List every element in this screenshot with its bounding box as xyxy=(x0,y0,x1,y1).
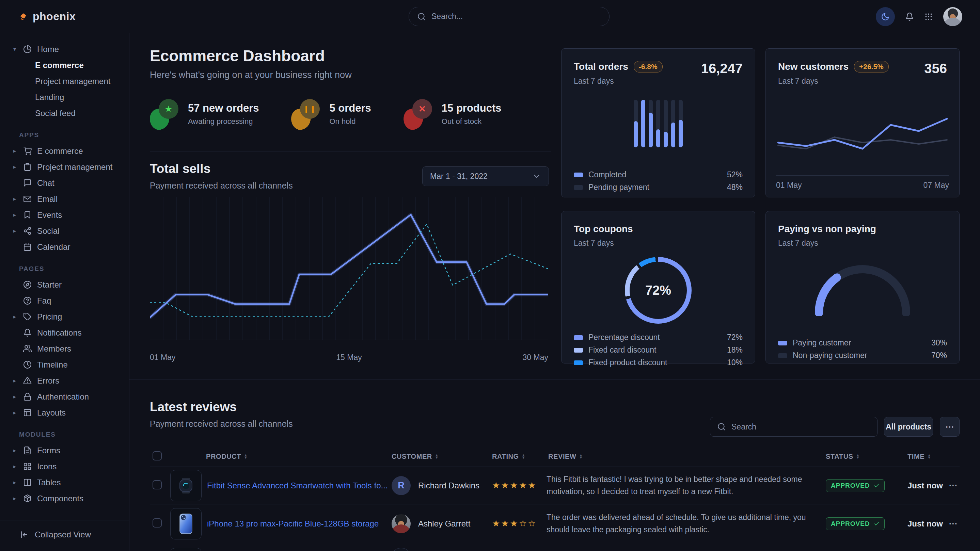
paying-card: Paying vs non paying Last 7 days Paying … xyxy=(765,211,959,364)
caret-right-icon: ▸ xyxy=(11,148,18,154)
sidebar-item-home[interactable]: ▾Home xyxy=(0,41,129,57)
nine-dots-icon xyxy=(924,12,933,21)
collapsed-view-button[interactable]: Collapsed View xyxy=(20,530,129,540)
product-link[interactable]: iPhone 13 pro max-Pacific Blue-128GB sto… xyxy=(207,519,379,529)
x-label-end: 07 May xyxy=(923,181,949,190)
date-range-select[interactable]: Mar 1 - 31, 2022 xyxy=(422,167,549,186)
legend-value: 30% xyxy=(931,338,947,348)
sidebar-item-label: Members xyxy=(37,344,71,354)
clock-icon xyxy=(23,360,32,369)
sidebar-item-label: Icons xyxy=(37,462,57,472)
global-search-input[interactable] xyxy=(431,11,601,21)
sidebar-item-project-management[interactable]: Project management xyxy=(0,73,129,89)
notifications-button[interactable] xyxy=(905,12,914,21)
sort-icon[interactable]: ▲▼ xyxy=(435,454,439,459)
sidebar-item-starter[interactable]: Starter xyxy=(0,277,129,293)
stat-awating-processing: ★57 new ordersAwating processing xyxy=(150,98,259,130)
sort-icon[interactable]: ▲▼ xyxy=(579,454,583,459)
reviews-menu-button[interactable]: ⋯ xyxy=(940,417,959,437)
row-checkbox[interactable] xyxy=(153,518,162,527)
sidebar-item-email[interactable]: ▸Email xyxy=(0,191,129,207)
legend-item-completed: Completed52% xyxy=(574,168,743,181)
sidebar-item-label: Faq xyxy=(37,296,51,306)
sidebar-item-label: Email xyxy=(37,194,57,204)
table-row: Fitbit Sense Advanced Smartwatch with To… xyxy=(150,467,959,504)
select-all-checkbox[interactable] xyxy=(153,451,162,460)
legend-label: Pending payment xyxy=(589,183,649,192)
sidebar-item-project-management[interactable]: ▸Project management xyxy=(0,159,129,175)
sidebar-item-timeline[interactable]: Timeline xyxy=(0,357,129,373)
legend-swatch xyxy=(574,335,583,340)
table-icon xyxy=(23,478,32,487)
sidebar-section-label: PAGES xyxy=(19,265,129,273)
sidebar-item-events[interactable]: ▸Events xyxy=(0,207,129,223)
sidebar-item-tables[interactable]: ▸Tables xyxy=(0,475,129,491)
sidebar-item-icons[interactable]: ▸Icons xyxy=(0,459,129,475)
status-badge: APPROVED xyxy=(826,517,885,530)
change-badge: +26.5% xyxy=(854,61,889,73)
sort-icon[interactable]: ▲▼ xyxy=(244,454,248,459)
legend-swatch xyxy=(778,341,787,345)
paying-legend: Paying customer30%Non-paying customer70% xyxy=(778,337,947,362)
layout-icon xyxy=(23,408,32,417)
sort-icon[interactable]: ▲▼ xyxy=(927,454,931,459)
orange-status-icon: ❙❙ xyxy=(291,98,320,130)
sidebar-item-forms[interactable]: ▸Forms xyxy=(0,442,129,459)
sidebar-item-chat[interactable]: Chat xyxy=(0,175,129,191)
stat-value: 5 orders xyxy=(329,102,371,114)
sidebar-item-faq[interactable]: Faq xyxy=(0,293,129,309)
sidebar-item-label: Chat xyxy=(37,178,54,188)
sidebar-item-landing[interactable]: Landing xyxy=(0,89,129,105)
all-products-button[interactable]: All products xyxy=(884,417,933,437)
sort-icon[interactable]: ▲▼ xyxy=(856,454,860,459)
review-time: Just now xyxy=(904,481,947,491)
theme-toggle-button[interactable] xyxy=(876,7,895,26)
app-window: phoenix ▾HomeE commerceProject managemen… xyxy=(0,0,980,551)
apps-grid-button[interactable] xyxy=(924,12,933,21)
sidebar-item-components[interactable]: ▸Components xyxy=(0,491,129,507)
search-icon xyxy=(417,12,426,21)
sidebar-item-calendar[interactable]: Calendar xyxy=(0,239,129,255)
row-checkbox[interactable] xyxy=(153,480,162,489)
user-avatar[interactable] xyxy=(943,7,962,26)
customer-cell: Ashley Garrett xyxy=(391,514,492,533)
donut-center-value: 72% xyxy=(645,283,671,298)
sidebar-item-label: Errors xyxy=(37,376,59,386)
customers-line-chart xyxy=(776,92,949,173)
bar-completed xyxy=(656,129,660,148)
customer-cell: RRichard Dawkins xyxy=(391,476,492,495)
sidebar-item-notifications[interactable]: Notifications xyxy=(0,325,129,341)
total-sells-subtitle: Payment received across all channels xyxy=(150,181,293,191)
main-content: Ecommerce Dashboard Here's what's going … xyxy=(129,33,980,551)
sidebar-item-e-commerce[interactable]: E commerce xyxy=(0,57,129,73)
total-orders-value: 16,247 xyxy=(701,61,743,76)
legend-value: 52% xyxy=(727,170,743,179)
row-menu-button[interactable]: ⋯ xyxy=(947,518,959,529)
sidebar-item-layouts[interactable]: ▸Layouts xyxy=(0,405,129,421)
row-menu-button[interactable]: ⋯ xyxy=(947,480,959,491)
global-search[interactable] xyxy=(409,7,609,26)
legend-swatch xyxy=(574,348,583,353)
sidebar-item-label: Forms xyxy=(37,446,60,456)
sidebar-item-social[interactable]: ▸Social xyxy=(0,223,129,239)
sidebar-item-label: Pricing xyxy=(37,312,62,322)
sidebar-item-pricing[interactable]: ▸Pricing xyxy=(0,309,129,325)
divider xyxy=(150,151,551,151)
sidebar-item-social-feed[interactable]: Social feed xyxy=(0,105,129,121)
brand-logo[interactable]: phoenix xyxy=(19,0,76,33)
sidebar-item-authentication[interactable]: ▸Authentication xyxy=(0,389,129,405)
reviews-search[interactable] xyxy=(710,417,878,437)
sidebar-item-members[interactable]: Members xyxy=(0,341,129,357)
product-image xyxy=(170,548,202,551)
product-image xyxy=(170,508,202,540)
sidebar-item-e-commerce[interactable]: ▸E commerce xyxy=(0,143,129,159)
product-link[interactable]: Fitbit Sense Advanced Smartwatch with To… xyxy=(207,481,388,491)
caret-right-icon: ▸ xyxy=(11,394,18,400)
sort-icon[interactable]: ▲▼ xyxy=(522,454,526,459)
legend-label: Non-paying customer xyxy=(793,351,867,360)
paying-gauge-chart xyxy=(805,262,920,316)
legend-label: Paying customer xyxy=(793,338,851,348)
reviews-search-input[interactable] xyxy=(731,422,870,432)
sidebar-item-errors[interactable]: ▸Errors xyxy=(0,373,129,389)
sidebar-footer: Collapsed View xyxy=(0,520,129,551)
